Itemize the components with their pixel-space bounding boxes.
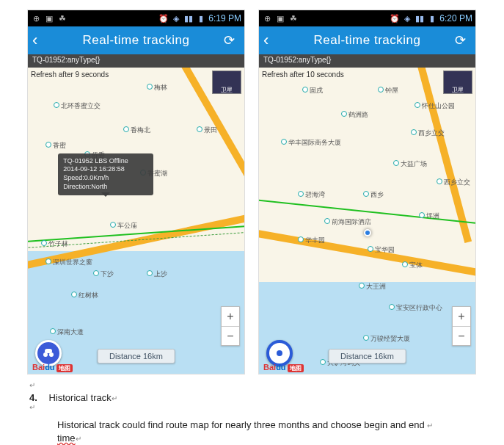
poi-label: 宝体 (402, 261, 423, 270)
phone-right: ⊕ ▣ ☘ ⏰ ◈ ▮▮ ▮ 6:20 PM ‹ Real-time track… (259, 10, 475, 374)
poi-label: 宝华园 (368, 245, 395, 255)
expand-icon: ⊕ (262, 13, 272, 23)
zoom-control: + − (452, 306, 471, 346)
phone-left: ⊕ ▣ ☘ ⏰ ◈ ▮▮ ▮ 6:19 PM ‹ Real-time track… (28, 10, 244, 374)
map[interactable]: Refresh after 10 seconds 卫星 固戍 钟屋 怀仕山公园 … (259, 68, 475, 374)
battery-icon: ▮ (196, 13, 206, 23)
wechat-icon: ☘ (57, 13, 67, 23)
page-title: Real-time tracking (280, 33, 455, 48)
doc-text-tail: time (57, 433, 76, 444)
poi-label: 前海国际酒店 (324, 217, 371, 227)
poi-label: 华丰国际商务大厦 (281, 138, 341, 148)
satellite-toggle[interactable]: 卫星 (212, 70, 241, 94)
wifi-icon: ◈ (402, 13, 412, 23)
zoom-out-button[interactable]: − (222, 326, 239, 345)
return-glyph: ↵ (0, 381, 504, 389)
map[interactable]: Refresh after 9 seconds 卫星 梅林 北环香蜜立交 香梅北… (28, 68, 244, 374)
poi-label: 北环香蜜立交 (54, 101, 101, 111)
zoom-out-button[interactable]: − (453, 326, 470, 345)
current-position-icon (364, 229, 371, 236)
poi-label: 华丰园 (298, 236, 325, 245)
status-bar: ⊕ ▣ ☘ ⏰ ◈ ▮▮ ▮ 6:20 PM (259, 10, 475, 26)
refresh-countdown: Refresh after 10 seconds (262, 70, 344, 79)
device-subtitle: TQ-01952:anyType{} (28, 54, 244, 68)
callout-line2: 2014-09-12 16:28:58 (63, 165, 148, 174)
zoom-in-button[interactable]: + (222, 307, 239, 326)
battery-icon: ▮ (427, 13, 437, 23)
map-attribution: Baidu地图 (263, 363, 304, 372)
signal-icon: ▮▮ (183, 13, 194, 23)
poi-label: 宝安区行政中心 (389, 303, 442, 313)
poi-label: 深圳世界之窗 (45, 258, 92, 267)
doc-paragraph: Historical track could find route map fo… (0, 411, 504, 445)
list-item-title: Historical track (48, 392, 111, 403)
map-attribution: Baidu地图 (32, 363, 73, 372)
poi-label: 大益广场 (393, 159, 427, 169)
tracker-callout: TQ-01952 LBS Offline 2014-09-12 16:28:58… (58, 153, 153, 195)
poi-label: 坪洲 (419, 211, 439, 221)
poi-label: 鹤洲路 (341, 110, 368, 120)
zoom-in-button[interactable]: + (453, 307, 470, 326)
wechat-icon: ☘ (288, 13, 299, 23)
status-bar: ⊕ ▣ ☘ ⏰ ◈ ▮▮ ▮ 6:19 PM (28, 10, 244, 26)
poi-label: 碧海湾 (298, 190, 325, 200)
refresh-button[interactable]: ⟳ (224, 32, 240, 48)
poi-label: 深南大道 (50, 328, 84, 337)
poi-label: 固戍 (302, 86, 323, 95)
poi-label: 怀仕山公园 (414, 101, 455, 111)
poi-label: 香梅北 (123, 126, 150, 135)
poi-label: 梅林 (147, 83, 167, 93)
zoom-control: + − (221, 306, 240, 346)
app-header: ‹ Real-time tracking ⟳ (28, 26, 244, 54)
image-icon: ▣ (44, 13, 54, 23)
poi-label: 上沙 (147, 269, 167, 279)
page-title: Real-time tracking (48, 33, 224, 48)
poi-label: 西乡 (363, 190, 384, 200)
poi-label: 红树林 (71, 291, 98, 300)
svg-rect-2 (45, 349, 52, 353)
expand-icon: ⊕ (31, 13, 41, 23)
clock: 6:19 PM (208, 13, 241, 23)
app-header: ‹ Real-time tracking ⟳ (259, 26, 475, 54)
alarm-icon: ⏰ (390, 13, 400, 23)
alarm-icon: ⏰ (158, 13, 169, 23)
satellite-toggle[interactable]: 卫星 (443, 70, 472, 94)
doc-text: Historical track could find route map fo… (57, 419, 427, 430)
wifi-icon: ◈ (171, 13, 181, 23)
poi-label: 香蜜 (45, 141, 66, 151)
poi-label: 西乡立交 (411, 129, 445, 138)
back-button[interactable]: ‹ (263, 32, 280, 48)
poi-label: 西乡立交 (437, 178, 470, 187)
poi-label: 大王洲 (359, 282, 386, 292)
signal-icon: ▮▮ (414, 13, 425, 23)
poi-label: 竹子林 (41, 239, 68, 249)
poi-label: 下沙 (93, 269, 114, 279)
poi-label: 钟屋 (378, 86, 398, 95)
device-subtitle: TQ-01952:anyType{} (259, 54, 475, 68)
distance-chip: Distance 16km (97, 349, 175, 363)
return-glyph: ↵ (0, 403, 504, 411)
list-item-4: Historical track↵ (0, 389, 504, 403)
callout-line3: Speed:0.0Km/h Direction:North (63, 174, 148, 191)
callout-line1: TQ-01952 LBS Offline (63, 157, 148, 166)
back-button[interactable]: ‹ (32, 32, 48, 48)
poi-label: 车公庙 (110, 221, 137, 231)
refresh-countdown: Refresh after 9 seconds (31, 70, 109, 79)
image-icon: ▣ (275, 13, 285, 23)
clock: 6:20 PM (439, 13, 472, 23)
refresh-button[interactable]: ⟳ (455, 32, 471, 48)
distance-chip: Distance 16km (328, 349, 406, 363)
poi-label: 万骏经贸大厦 (363, 334, 410, 344)
poi-label: 景田 (197, 126, 217, 135)
